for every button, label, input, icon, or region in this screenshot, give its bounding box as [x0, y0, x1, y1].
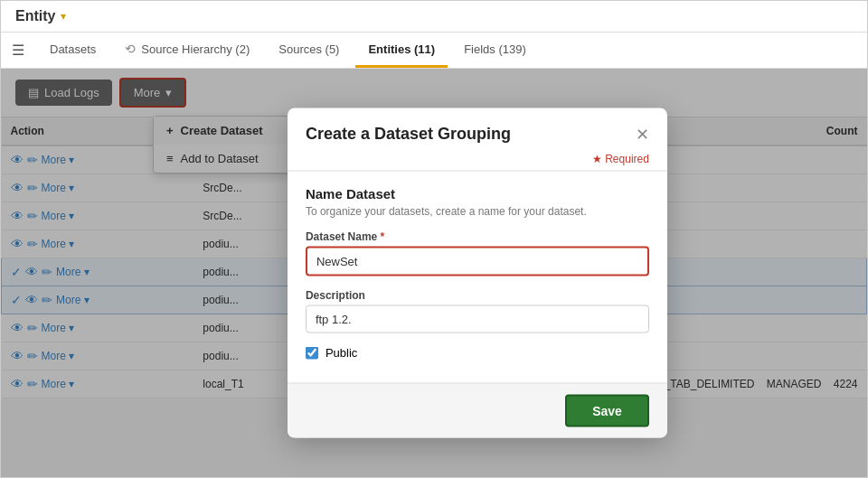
description-input[interactable]	[306, 305, 649, 333]
required-asterisk: ★	[592, 153, 605, 165]
tab-sources-label: Sources (5)	[278, 42, 339, 56]
modal-section-desc: To organize your datasets, create a name…	[306, 205, 649, 218]
tab-fields[interactable]: Fields (139)	[451, 33, 539, 68]
dataset-name-label: Dataset Name *	[306, 230, 649, 243]
public-checkbox-row: Public	[306, 346, 649, 360]
app-title-dropdown-icon[interactable]: ▾	[61, 10, 66, 23]
tab-source-hierarchy-label: Source Hierarchy (2)	[141, 42, 250, 56]
required-star: *	[381, 230, 385, 243]
nav-tabs: ☰ Datasets ⟲ Source Hierarchy (2) Source…	[1, 33, 867, 69]
app-title: Entity	[15, 8, 55, 24]
modal-required: ★ Required	[288, 153, 667, 171]
tab-datasets[interactable]: Datasets	[37, 33, 108, 68]
main-content: ▤ Load Logs More ▾ + Create Dataset ≡ Ad…	[1, 69, 867, 477]
tab-source-hierarchy[interactable]: ⟲ Source Hierarchy (2)	[112, 33, 262, 68]
top-bar: Entity ▾	[1, 1, 867, 33]
dataset-name-input[interactable]	[306, 247, 649, 276]
source-hierarchy-icon: ⟲	[125, 42, 136, 56]
modal-close-button[interactable]: ✕	[636, 126, 649, 142]
description-label: Description	[306, 289, 649, 302]
hamburger-icon[interactable]: ☰	[12, 33, 33, 68]
create-dataset-modal: Create a Dataset Grouping ✕ ★ Required N…	[288, 108, 667, 438]
required-label: Required	[605, 153, 649, 165]
modal-header: Create a Dataset Grouping ✕	[288, 108, 667, 153]
modal-footer: Save	[288, 383, 667, 438]
app-container: Entity ▾ ☰ Datasets ⟲ Source Hierarchy (…	[0, 0, 868, 478]
tab-fields-label: Fields (139)	[464, 42, 526, 56]
modal-body: Name Dataset To organize your datasets, …	[288, 172, 667, 383]
public-checkbox[interactable]	[306, 346, 318, 359]
tab-entities-label: Entities (11)	[368, 42, 435, 56]
tab-datasets-label: Datasets	[50, 42, 96, 56]
modal-title: Create a Dataset Grouping	[306, 125, 511, 144]
modal-section-title: Name Dataset	[306, 186, 649, 202]
save-button[interactable]: Save	[565, 395, 649, 427]
public-label: Public	[326, 346, 357, 360]
tab-sources[interactable]: Sources (5)	[266, 33, 352, 68]
tab-entities[interactable]: Entities (11)	[355, 33, 448, 68]
